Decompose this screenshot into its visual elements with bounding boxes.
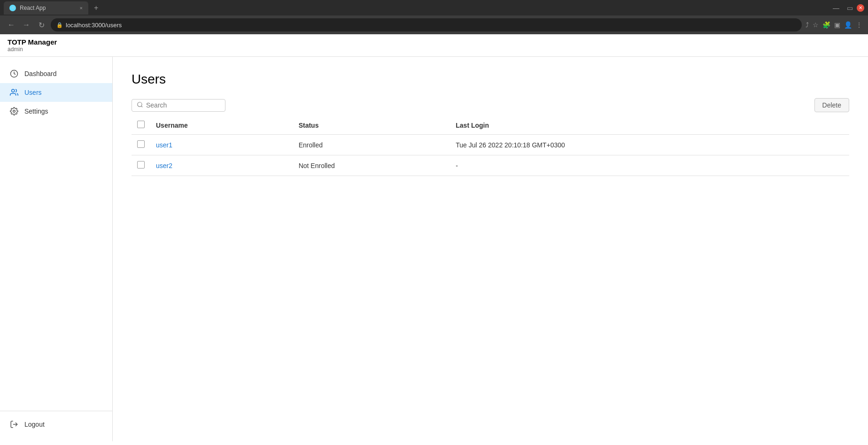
- app-title: TOTP Manager: [8, 38, 860, 46]
- browser-actions: ⤴ ☆ 🧩 ▣ 👤 ⋮: [806, 21, 862, 29]
- browser-tab[interactable]: ⚛ React App ×: [4, 1, 88, 15]
- star-icon[interactable]: ☆: [813, 21, 819, 29]
- status-cell: Enrolled: [293, 135, 450, 155]
- sidebar-item-dashboard[interactable]: Dashboard: [0, 64, 112, 83]
- main-content: Users Delete User: [113, 57, 868, 441]
- tab-favicon: ⚛: [9, 5, 16, 11]
- user-link-user2[interactable]: user2: [156, 162, 172, 169]
- sidebar-item-settings[interactable]: Settings: [0, 102, 112, 121]
- sidebar-toggle-icon[interactable]: ▣: [834, 21, 840, 29]
- app-header: TOTP Manager admin: [0, 34, 868, 57]
- logout-icon: [9, 420, 19, 429]
- sidebar-dashboard-label: Dashboard: [24, 70, 57, 77]
- extensions-icon[interactable]: 🧩: [822, 21, 830, 29]
- header-last-login: Last Login: [450, 116, 849, 135]
- sidebar-item-users[interactable]: Users: [0, 83, 112, 102]
- table-row: user1EnrolledTue Jul 26 2022 20:10:18 GM…: [132, 135, 849, 155]
- new-tab-button[interactable]: +: [92, 4, 100, 12]
- row-checkbox-1[interactable]: [137, 161, 145, 169]
- user-link-user1[interactable]: user1: [156, 141, 172, 149]
- page-title: Users: [132, 72, 849, 87]
- close-button[interactable]: ✕: [857, 4, 864, 12]
- profile-icon[interactable]: 👤: [844, 21, 852, 29]
- table-row: user2Not Enrolled-: [132, 155, 849, 176]
- sidebar-settings-label: Settings: [24, 107, 48, 115]
- menu-icon[interactable]: ⋮: [856, 21, 862, 29]
- app-subtitle: admin: [8, 46, 860, 53]
- settings-icon: [9, 107, 19, 116]
- svg-point-4: [138, 102, 142, 106]
- sidebar-nav: Dashboard Users: [0, 64, 112, 407]
- delete-button[interactable]: Delete: [814, 98, 849, 112]
- back-button[interactable]: ←: [6, 19, 17, 31]
- last-login-cell: Tue Jul 26 2022 20:10:18 GMT+0300: [450, 135, 849, 155]
- svg-point-2: [13, 110, 16, 113]
- header-username: Username: [150, 116, 293, 135]
- forward-button[interactable]: →: [21, 19, 32, 31]
- dashboard-icon: [9, 69, 19, 78]
- users-table: Username Status Last Login user1Enrolled…: [132, 116, 849, 176]
- sidebar: Dashboard Users: [0, 57, 113, 441]
- search-box[interactable]: [132, 99, 225, 112]
- last-login-cell: -: [450, 155, 849, 176]
- status-cell: Not Enrolled: [293, 155, 450, 176]
- minimize-button[interactable]: —: [833, 4, 839, 12]
- table-header-row: Username Status Last Login: [132, 116, 849, 135]
- address-bar[interactable]: 🔒 localhost:3000/users: [51, 18, 802, 31]
- restore-button[interactable]: ▭: [847, 4, 853, 12]
- svg-line-5: [141, 106, 143, 107]
- tab-close-button[interactable]: ×: [80, 5, 83, 11]
- sidebar-bottom: Logout: [0, 411, 112, 434]
- share-icon[interactable]: ⤴: [806, 21, 809, 29]
- sidebar-item-logout[interactable]: Logout: [0, 415, 112, 434]
- sidebar-users-label: Users: [24, 89, 42, 96]
- app-body: Dashboard Users: [0, 57, 868, 441]
- url-text: localhost:3000/users: [66, 22, 122, 29]
- header-status: Status: [293, 116, 450, 135]
- tab-title-label: React App: [20, 5, 46, 11]
- toolbar: Delete: [132, 98, 849, 112]
- sidebar-logout-label: Logout: [24, 421, 45, 428]
- lock-icon: 🔒: [56, 22, 63, 28]
- users-icon: [9, 88, 19, 97]
- row-checkbox-0[interactable]: [137, 140, 145, 148]
- browser-nav: ← → ↻ 🔒 localhost:3000/users ⤴ ☆ 🧩 ▣ 👤 ⋮: [0, 15, 868, 34]
- refresh-button[interactable]: ↻: [36, 19, 47, 31]
- browser-chrome: ⚛ React App × + — ▭ ✕: [0, 0, 868, 15]
- svg-point-1: [12, 89, 15, 92]
- search-icon: [137, 101, 143, 109]
- search-input[interactable]: [146, 101, 220, 109]
- header-checkbox-col: [132, 116, 150, 135]
- select-all-checkbox[interactable]: [137, 121, 145, 128]
